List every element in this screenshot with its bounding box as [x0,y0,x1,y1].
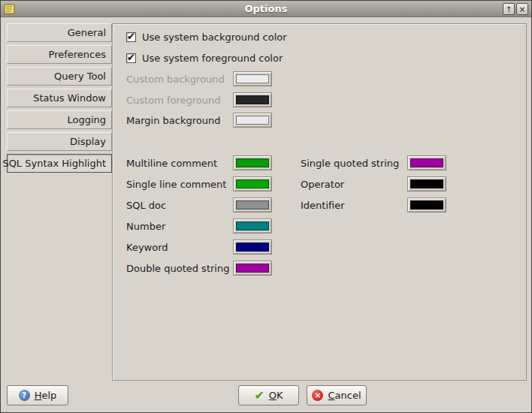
double-quoted-string-row: Double quoted string [126,260,272,276]
shade-button[interactable]: ↑ [503,3,515,15]
options-dialog: Options ↑ × General Preferences Query To… [0,0,532,413]
single-line-comment-label: Single line comment [126,179,233,190]
category-tabs: General Preferences Query Tool Status Wi… [7,23,112,176]
cancel-button-label: Cancel [328,390,361,401]
identifier-label: Identifier [301,200,407,211]
custom-foreground-swatch[interactable] [233,92,272,107]
sql-doc-swatch[interactable] [233,197,272,213]
help-button[interactable]: ? Help [7,385,68,405]
use-system-foreground-row: ✔ Use system foreground color [126,50,283,66]
color-swatch [410,179,443,188]
cancel-button[interactable]: × Cancel [307,385,367,405]
use-system-background-checkbox[interactable]: ✔ [126,32,136,42]
custom-foreground-label: Custom foreground [126,95,233,106]
single-line-comment-row: Single line comment [126,176,272,192]
color-swatch [410,158,443,167]
number-label: Number [126,221,233,232]
number-row: Number [126,218,272,234]
operator-label: Operator [301,179,407,190]
multiline-comment-label: Multiline comment [126,158,233,169]
single-quoted-string-swatch[interactable] [407,155,446,170]
window-title: Options [1,3,531,14]
help-button-label: Help [35,390,57,401]
color-swatch [236,243,269,252]
color-swatch [236,116,269,125]
shade-icon: ↑ [506,5,512,14]
color-swatch [236,222,269,231]
ok-button[interactable]: ✔ OK [238,385,299,405]
tab-status-window[interactable]: Status Window [7,89,112,107]
custom-background-row: Custom background [126,71,272,87]
multiline-comment-row: Multiline comment [126,155,272,171]
ok-check-icon: ✔ [254,390,264,402]
close-icon: × [519,5,525,14]
margin-background-row: Margin background [126,112,272,128]
use-system-background-label: Use system background color [142,32,287,43]
sql-doc-label: SQL doc [126,200,233,211]
color-swatch [236,264,269,273]
cancel-x-icon: × [312,390,323,401]
checkmark-icon: ✔ [127,31,135,42]
color-swatch [410,200,443,210]
sql-doc-row: SQL doc [126,197,272,213]
double-quoted-string-swatch[interactable] [233,261,272,276]
help-icon: ? [19,390,30,401]
keyword-swatch[interactable] [233,240,272,255]
multiline-comment-swatch[interactable] [233,155,272,170]
single-quoted-string-row: Single quoted string [301,155,446,171]
double-quoted-string-label: Double quoted string [126,263,233,274]
ok-button-label: OK [269,390,283,401]
identifier-swatch[interactable] [407,197,446,213]
color-swatch [236,74,269,83]
use-system-background-row: ✔ Use system background color [126,29,287,45]
titlebar[interactable]: Options ↑ × [1,1,531,17]
cancel-icon-glyph: × [315,391,321,399]
identifier-row: Identifier [301,197,446,213]
tab-logging[interactable]: Logging [7,110,112,129]
tab-display[interactable]: Display [7,132,112,151]
color-swatch [236,179,269,188]
keyword-label: Keyword [126,242,233,253]
sql-syntax-highlight-panel: ✔ Use system background color ✔ Use syst… [112,23,527,381]
use-system-foreground-checkbox[interactable]: ✔ [126,53,136,63]
color-swatch [236,158,269,167]
tab-sql-syntax-highlight[interactable]: SQL Syntax Highlight [7,154,112,173]
operator-swatch[interactable] [407,176,446,191]
close-button[interactable]: × [516,3,528,15]
operator-row: Operator [301,176,446,192]
margin-background-label: Margin background [126,115,233,126]
keyword-row: Keyword [126,239,272,255]
custom-foreground-row: Custom foreground [126,92,272,108]
tab-query-tool[interactable]: Query Tool [7,67,112,86]
use-system-foreground-label: Use system foreground color [142,53,283,64]
tab-general[interactable]: General [7,23,112,42]
margin-background-swatch[interactable] [233,113,272,128]
single-quoted-string-label: Single quoted string [301,158,407,169]
custom-background-swatch[interactable] [233,71,272,86]
custom-background-label: Custom background [126,74,233,85]
number-swatch[interactable] [233,219,272,234]
checkmark-icon: ✔ [127,52,135,63]
single-line-comment-swatch[interactable] [233,176,272,191]
color-swatch [236,200,269,210]
tab-preferences[interactable]: Preferences [7,45,112,64]
color-swatch [236,95,269,104]
help-icon-glyph: ? [22,391,26,399]
